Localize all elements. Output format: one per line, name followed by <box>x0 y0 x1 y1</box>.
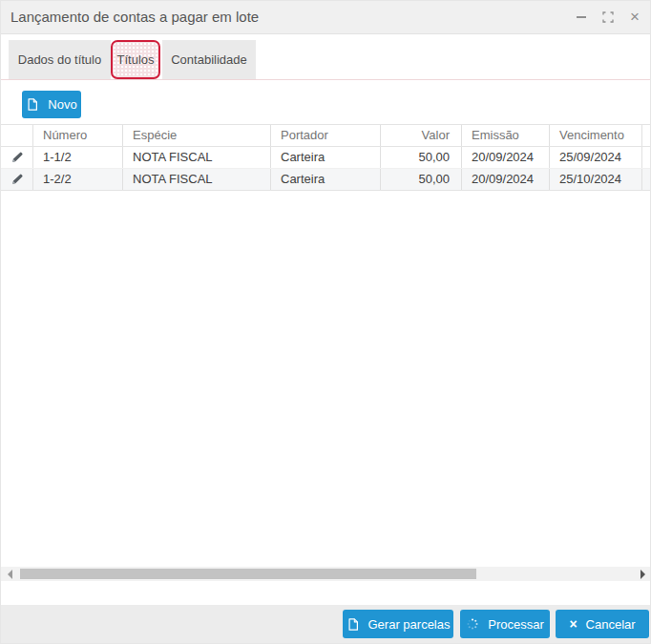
processar-button[interactable]: Processar <box>460 610 550 638</box>
novo-button[interactable]: Novo <box>22 91 81 118</box>
window-controls: × <box>574 1 642 33</box>
close-icon: × <box>569 617 577 631</box>
header-numero[interactable]: Número <box>33 125 123 146</box>
tab-label: Dados do título <box>18 52 101 67</box>
tab-titulos[interactable]: Títulos <box>111 40 160 79</box>
cell-portador: Carteira <box>271 169 381 190</box>
cell-numero: 1-2/2 <box>33 169 123 190</box>
maximize-icon <box>602 11 614 23</box>
new-document-icon <box>346 617 360 632</box>
close-button[interactable]: × <box>627 10 642 25</box>
edit-row-button[interactable] <box>1 169 33 190</box>
processar-label: Processar <box>488 617 544 632</box>
scrollbar-thumb[interactable] <box>20 569 476 579</box>
footer-bar: Gerar parcelas Processar × Cancelar <box>1 605 651 644</box>
header-emissao[interactable]: Emissão <box>462 125 550 146</box>
cell-emissao: 20/09/2024 <box>462 147 550 168</box>
header-vencimento[interactable]: Vencimento <box>550 125 642 146</box>
table-row[interactable]: 1-1/2 NOTA FISCAL Carteira 50,00 20/09/2… <box>1 147 651 169</box>
gerar-parcelas-label: Gerar parcelas <box>368 617 451 632</box>
pencil-icon <box>10 151 24 164</box>
minimize-icon <box>577 16 586 18</box>
cell-vencimento: 25/09/2024 <box>550 147 642 168</box>
tabbar-divider <box>1 79 651 80</box>
edit-row-button[interactable] <box>1 147 33 168</box>
cell-valor: 50,00 <box>381 169 462 190</box>
scroll-right-arrow-icon[interactable] <box>640 570 645 579</box>
tab-contabilidade[interactable]: Contabilidade <box>162 40 256 79</box>
novo-button-label: Novo <box>48 97 76 112</box>
minimize-button[interactable] <box>574 10 589 25</box>
spinner-icon <box>466 617 479 631</box>
cancelar-label: Cancelar <box>586 617 636 632</box>
grid-header: Número Espécie Portador Valor Emissão Ve… <box>1 124 651 147</box>
header-actions-column <box>1 125 33 146</box>
gerar-parcelas-button[interactable]: Gerar parcelas <box>343 610 453 638</box>
new-document-icon <box>26 97 39 112</box>
titlebar: Lançamento de contas a pagar em lote × <box>1 1 651 34</box>
header-portador[interactable]: Portador <box>271 125 381 146</box>
header-valor[interactable]: Valor <box>381 125 462 146</box>
maximize-button[interactable] <box>600 10 616 25</box>
tab-label: Títulos <box>116 52 154 67</box>
tab-label: Contabilidade <box>171 52 247 67</box>
cell-especie: NOTA FISCAL <box>123 169 271 190</box>
pencil-icon <box>10 173 24 186</box>
close-icon: × <box>630 10 640 25</box>
cancelar-button[interactable]: × Cancelar <box>556 610 649 638</box>
tab-dados-do-titulo[interactable]: Dados do título <box>9 40 111 79</box>
cell-valor: 50,00 <box>381 147 462 168</box>
window-title: Lançamento de contas a pagar em lote <box>10 1 259 33</box>
cell-numero: 1-1/2 <box>33 147 123 168</box>
horizontal-scrollbar[interactable] <box>1 567 651 581</box>
cell-vencimento: 25/10/2024 <box>550 169 642 190</box>
table-row[interactable]: 1-2/2 NOTA FISCAL Carteira 50,00 20/09/2… <box>1 169 651 191</box>
cell-portador: Carteira <box>271 147 381 168</box>
header-especie[interactable]: Espécie <box>123 125 271 146</box>
cell-emissao: 20/09/2024 <box>462 169 550 190</box>
tab-bar: Dados do título Títulos Contabilidade <box>1 40 651 79</box>
dialog-window: Lançamento de contas a pagar em lote × D… <box>0 0 651 644</box>
scroll-left-arrow-icon[interactable] <box>8 570 12 579</box>
cell-especie: NOTA FISCAL <box>123 147 271 168</box>
